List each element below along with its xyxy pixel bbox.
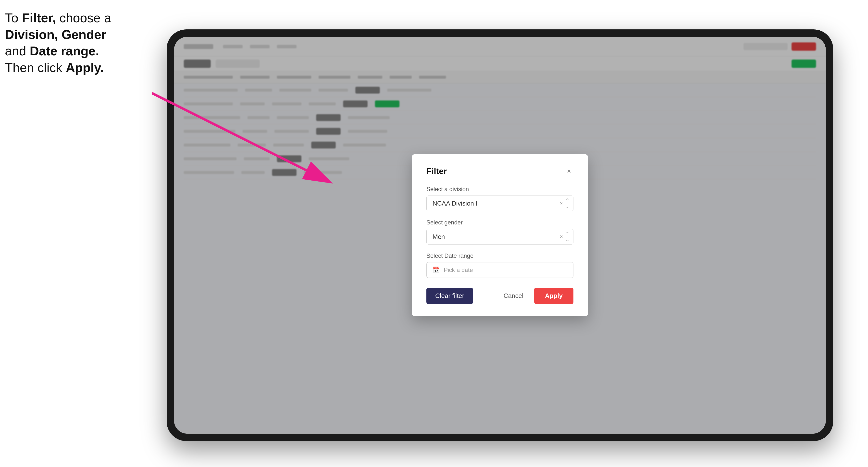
tablet-screen: Filter × Select a division NCAA Division… — [174, 37, 826, 434]
modal-overlay: Filter × Select a division NCAA Division… — [174, 37, 826, 434]
gender-select-wrapper: Men × ⌃⌄ — [426, 229, 574, 245]
apply-button[interactable]: Apply — [534, 288, 574, 304]
division-label: Select a division — [426, 186, 574, 193]
cancel-button[interactable]: Cancel — [499, 288, 528, 304]
modal-footer: Clear filter Cancel Apply — [426, 288, 574, 304]
tablet-frame: Filter × Select a division NCAA Division… — [167, 29, 833, 441]
instruction-bold2: Division, Gender — [5, 27, 106, 42]
division-select-wrapper: NCAA Division I × ⌃⌄ — [426, 195, 574, 211]
instruction-line4: Then click Apply. — [5, 61, 104, 75]
date-placeholder: Pick a date — [444, 267, 473, 274]
division-select[interactable]: NCAA Division I — [426, 195, 574, 211]
calendar-icon: 📅 — [433, 267, 440, 274]
instruction-line3: and Date range. — [5, 44, 99, 58]
instruction-line1: To Filter, choose a — [5, 11, 111, 25]
date-range-label: Select Date range — [426, 252, 574, 259]
date-range-input[interactable]: 📅 Pick a date — [426, 262, 574, 278]
instruction-text: To Filter, choose a Division, Gender and… — [5, 10, 147, 76]
modal-footer-right: Cancel Apply — [499, 288, 574, 304]
gender-clear-icon[interactable]: × — [560, 234, 563, 240]
modal-close-button[interactable]: × — [565, 167, 574, 176]
division-form-group: Select a division NCAA Division I × ⌃⌄ — [426, 186, 574, 211]
gender-select[interactable]: Men — [426, 229, 574, 245]
modal-header: Filter × — [426, 166, 574, 176]
filter-modal: Filter × Select a division NCAA Division… — [412, 154, 588, 316]
date-range-form-group: Select Date range 📅 Pick a date — [426, 252, 574, 278]
modal-title: Filter — [426, 166, 447, 176]
gender-form-group: Select gender Men × ⌃⌄ — [426, 219, 574, 245]
clear-filter-button[interactable]: Clear filter — [426, 288, 473, 304]
division-clear-icon[interactable]: × — [560, 200, 563, 207]
gender-label: Select gender — [426, 219, 574, 226]
